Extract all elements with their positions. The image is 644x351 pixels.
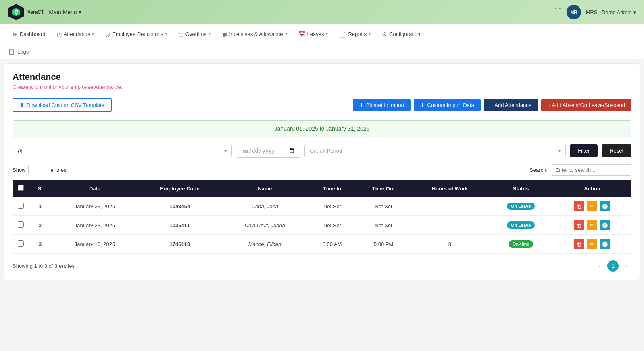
subtitle-post: . bbox=[121, 84, 123, 90]
row-hours bbox=[411, 216, 489, 235]
next-page-button[interactable]: › bbox=[620, 260, 631, 272]
main-menu-label: Main Menu bbox=[49, 9, 77, 15]
clock-button[interactable]: 🕐 bbox=[600, 201, 610, 211]
entries-label: entries bbox=[51, 167, 67, 173]
delete-button[interactable]: 🗑 bbox=[574, 220, 584, 230]
download-csv-button[interactable]: ⬇ Download Custom CSV Template bbox=[13, 98, 112, 112]
biometric-import-button[interactable]: ⬆ Biometric Import bbox=[353, 99, 411, 111]
status-badge: On Leave bbox=[507, 221, 535, 229]
table-controls: Show 10 entries Search: bbox=[13, 164, 631, 176]
nav-configuration[interactable]: ⚙ Configuration bbox=[377, 28, 425, 41]
row-actions: 🗑 ✏ 🕐 bbox=[553, 197, 631, 216]
select-all-checkbox[interactable] bbox=[18, 185, 24, 191]
delete-button[interactable]: 🗑 bbox=[574, 201, 584, 211]
leaves-icon: 📅 bbox=[298, 31, 305, 38]
header-time-in: Time In bbox=[308, 180, 356, 197]
expand-icon[interactable]: ⛶ bbox=[554, 8, 562, 17]
nav-dashboard[interactable]: ⊞ Dashboard bbox=[8, 28, 50, 41]
custom-import-button[interactable]: ⬆ Custom Import Data bbox=[414, 99, 480, 111]
nav-employee-deductions[interactable]: ◎ Employee Deductions ▾ bbox=[100, 28, 172, 41]
custom-import-label: Custom Import Data bbox=[427, 102, 474, 108]
edit-button[interactable]: ✏ bbox=[587, 220, 597, 230]
date-filter-input[interactable] bbox=[236, 144, 300, 158]
row-select-checkbox[interactable] bbox=[18, 203, 24, 209]
leaves-arrow: ▾ bbox=[326, 32, 328, 36]
cutoff-period-select[interactable]: Cut-off Period bbox=[304, 144, 566, 157]
edit-button[interactable]: ✏ bbox=[587, 239, 597, 249]
add-absent-label: + Add Absent/On Leave/Suspend bbox=[548, 102, 625, 108]
download-csv-label: Download Custom CSV Template bbox=[27, 102, 104, 108]
incentives-icon: ▦ bbox=[222, 31, 227, 38]
nav-incentives-label: Incentives & Allowance bbox=[229, 31, 283, 37]
nav-leaves-label: Leaves bbox=[307, 31, 324, 37]
date-range-banner: January 01, 2025 to January 31, 2025 bbox=[13, 120, 631, 137]
page-title: Attendance bbox=[13, 72, 631, 82]
table-row: 1 January 23, 2025 1043454 Cena, John No… bbox=[13, 197, 631, 216]
breadcrumb-label: Logs bbox=[17, 49, 29, 55]
main-content: Attendance Create and monitor your emplo… bbox=[4, 63, 640, 280]
reset-button[interactable]: Reset bbox=[602, 144, 631, 157]
clock-button[interactable]: 🕐 bbox=[600, 220, 610, 230]
entries-input[interactable]: 10 bbox=[28, 165, 48, 175]
attendance-table: Sl Date Employee Code Name Time In Time … bbox=[13, 180, 631, 254]
nav-incentives[interactable]: ▦ Incentives & Allowance ▾ bbox=[217, 28, 292, 41]
nav-leaves[interactable]: 📅 Leaves ▾ bbox=[294, 28, 333, 41]
row-time-in: Not Set bbox=[308, 197, 356, 216]
table-body: 1 January 23, 2025 1043454 Cena, John No… bbox=[13, 197, 631, 254]
row-checkbox bbox=[13, 235, 29, 254]
nav-overtime[interactable]: ◷ Overtime ▾ bbox=[174, 28, 216, 41]
incentives-arrow: ▾ bbox=[285, 32, 287, 36]
search-input[interactable] bbox=[551, 164, 631, 176]
row-time-out: 5:00 PM bbox=[356, 235, 411, 254]
add-attendance-button[interactable]: + Add Attendance bbox=[484, 99, 538, 111]
overtime-icon: ◷ bbox=[179, 31, 183, 38]
attendance-icon: ◷ bbox=[57, 31, 62, 38]
delete-button[interactable]: 🗑 bbox=[574, 239, 584, 249]
row-date: January 23, 2025 bbox=[52, 197, 138, 216]
search-label: Search: bbox=[529, 167, 548, 173]
edit-button[interactable]: ✏ bbox=[587, 201, 597, 211]
employee-deductions-arrow: ▾ bbox=[165, 32, 167, 36]
status-badge: On Leave bbox=[507, 203, 535, 210]
attendance-arrow: ▾ bbox=[92, 32, 94, 36]
nav-overtime-label: Overtime bbox=[185, 31, 207, 37]
subtitle-link[interactable]: Attendance bbox=[94, 84, 121, 90]
row-select-checkbox[interactable] bbox=[18, 221, 24, 228]
add-absent-button[interactable]: + Add Absent/On Leave/Suspend bbox=[541, 99, 631, 111]
row-status: On-time bbox=[489, 235, 553, 254]
row-status: On Leave bbox=[489, 216, 553, 235]
page-1-button[interactable]: 1 bbox=[607, 260, 619, 272]
row-date: January 23, 2025 bbox=[52, 216, 138, 235]
action-bar: ⬇ Download Custom CSV Template ⬆ Biometr… bbox=[13, 98, 631, 112]
row-select-checkbox[interactable] bbox=[18, 240, 24, 247]
main-menu-button[interactable]: Main Menu ▾ bbox=[49, 9, 81, 15]
nav-attendance[interactable]: ◷ Attendance ▾ bbox=[52, 28, 99, 41]
logo-container: VeraCT bbox=[8, 4, 44, 20]
add-attendance-label: + Add Attendance bbox=[490, 102, 531, 108]
row-actions: 🗑 ✏ 🕐 bbox=[553, 235, 631, 254]
subtitle-pre: Create and monitor your employee bbox=[13, 84, 94, 90]
header-hours-of-work: Hours of Work bbox=[411, 180, 489, 197]
status-badge: On-time bbox=[509, 240, 534, 248]
clock-button[interactable]: 🕐 bbox=[600, 239, 610, 249]
header-date: Date bbox=[52, 180, 138, 197]
topbar-right: ⛶ MR MRSL Demo Admin ▾ bbox=[554, 5, 636, 19]
row-time-out: Not Set bbox=[356, 197, 411, 216]
user-name[interactable]: MRSL Demo Admin ▾ bbox=[586, 9, 636, 15]
biometric-import-icon: ⬆ bbox=[359, 102, 364, 108]
topbar: VeraCT Main Menu ▾ ⛶ MR MRSL Demo Admin … bbox=[0, 0, 644, 24]
nav-reports[interactable]: 📄 Reports ▾ bbox=[334, 28, 375, 41]
pagination-info: Showing 1 to 3 of 3 entries bbox=[13, 263, 75, 269]
prev-page-button[interactable]: ‹ bbox=[594, 260, 606, 272]
main-menu-arrow: ▾ bbox=[79, 9, 81, 15]
row-hours: 8 bbox=[411, 235, 489, 254]
filter-button[interactable]: Filter bbox=[570, 144, 598, 157]
header-name: Name bbox=[222, 180, 308, 197]
header-sl: Sl bbox=[29, 180, 52, 197]
row-checkbox bbox=[13, 216, 29, 235]
show-label: Show bbox=[13, 167, 26, 173]
employee-filter-select[interactable]: All bbox=[13, 144, 232, 157]
row-emp-code: 1746118 bbox=[138, 235, 222, 254]
row-actions: 🗑 ✏ 🕐 bbox=[553, 216, 631, 235]
breadcrumb-icon: 📋 bbox=[8, 48, 15, 55]
